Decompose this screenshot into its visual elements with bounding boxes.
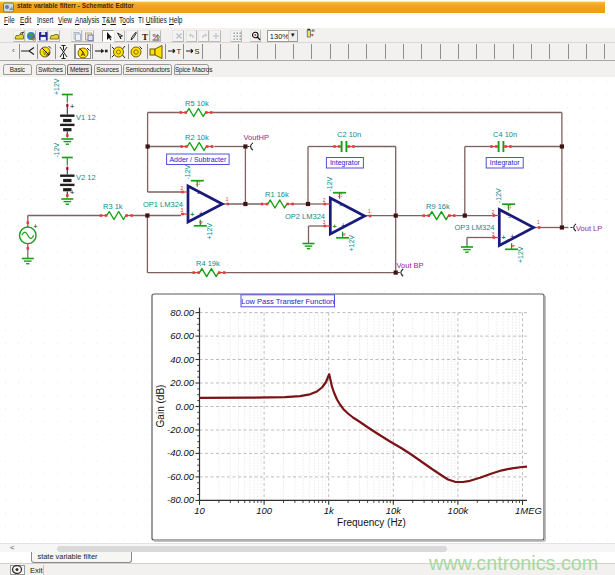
svg-text:+: + <box>190 211 194 218</box>
svg-text:+12V: +12V <box>206 223 213 240</box>
svg-text:-60.00: -60.00 <box>167 471 195 482</box>
svg-text:+: + <box>502 234 506 241</box>
svg-text:0.00: 0.00 <box>176 401 195 412</box>
svg-text:100k: 100k <box>448 505 470 516</box>
svg-text:T: T <box>177 47 182 56</box>
svg-text:Gain (dB): Gain (dB) <box>155 385 166 428</box>
svg-text:-80.00: -80.00 <box>167 494 195 505</box>
svg-text:10k: 10k <box>386 505 403 516</box>
svg-text:Vout BP: Vout BP <box>397 261 424 270</box>
svg-text:V1 12: V1 12 <box>76 113 96 122</box>
svg-text:R4 19k: R4 19k <box>196 259 220 268</box>
svg-text:Integrator: Integrator <box>490 159 521 167</box>
svg-text:-: - <box>339 200 342 209</box>
svg-text:OP1 LM324: OP1 LM324 <box>143 200 183 209</box>
svg-text:1MEG: 1MEG <box>515 505 542 516</box>
svg-text:11: 11 <box>338 192 343 197</box>
svg-text:R9 16k: R9 16k <box>426 202 450 211</box>
svg-text:A: A <box>80 51 85 57</box>
svg-text:-: - <box>197 188 200 197</box>
svg-text:-12V: -12V <box>326 176 333 191</box>
svg-text:BC: BC <box>311 29 315 33</box>
svg-text:V2 12: V2 12 <box>76 173 96 182</box>
svg-text:+: + <box>70 188 75 197</box>
svg-text:OP3 LM324: OP3 LM324 <box>455 223 495 232</box>
svg-text:4: 4 <box>511 244 516 247</box>
svg-text:20.00: 20.00 <box>169 377 194 388</box>
svg-text:+: + <box>510 233 514 240</box>
svg-text:+: + <box>341 222 345 229</box>
svg-text:+12V: +12V <box>53 78 60 95</box>
svg-text:-40.00: -40.00 <box>167 447 195 458</box>
svg-text:OP2 LM324: OP2 LM324 <box>285 212 325 221</box>
svg-text:1: 1 <box>368 209 371 214</box>
svg-text:Adder / Subtracter: Adder / Subtracter <box>169 156 226 163</box>
svg-text:2: 2 <box>323 198 326 203</box>
svg-text:-20.00: -20.00 <box>167 424 195 435</box>
svg-text:1: 1 <box>226 197 229 202</box>
svg-text:VoutHP: VoutHP <box>244 133 269 142</box>
svg-text:3: 3 <box>323 220 326 225</box>
svg-text:11: 11 <box>507 204 512 209</box>
svg-text:+: + <box>199 210 203 217</box>
svg-text:R5 10k: R5 10k <box>185 99 209 108</box>
svg-text:2: 2 <box>181 186 184 191</box>
svg-text:10: 10 <box>194 505 205 516</box>
svg-text:-12V: -12V <box>184 164 191 179</box>
svg-text:C4 10n: C4 10n <box>493 130 517 139</box>
svg-text:100: 100 <box>256 505 273 516</box>
svg-text:-: - <box>508 212 511 221</box>
svg-text:-12V: -12V <box>53 142 60 157</box>
svg-text:+: + <box>33 222 38 231</box>
svg-text:1: 1 <box>537 220 540 225</box>
svg-text:Vout LP: Vout LP <box>576 224 602 233</box>
svg-text:+: + <box>70 102 75 111</box>
svg-text:+12V: +12V <box>348 235 355 252</box>
svg-text:R2 10k: R2 10k <box>185 133 209 142</box>
svg-text:R3 1k: R3 1k <box>103 202 123 211</box>
svg-text:4: 4 <box>200 221 205 224</box>
svg-text:60.00: 60.00 <box>170 330 194 341</box>
svg-text:11: 11 <box>196 180 201 185</box>
svg-text:80.00: 80.00 <box>170 307 194 318</box>
svg-text:3: 3 <box>181 208 184 213</box>
svg-text:R1 16k: R1 16k <box>265 190 289 199</box>
svg-text:T: T <box>141 31 147 41</box>
svg-text:S: S <box>195 47 200 56</box>
svg-text:Low Pass Transfer Function: Low Pass Transfer Function <box>241 297 334 306</box>
svg-text:+: + <box>333 223 337 230</box>
svg-text:Frequency (Hz): Frequency (Hz) <box>337 517 406 528</box>
svg-text:4: 4 <box>342 233 347 236</box>
svg-text:1k: 1k <box>324 505 335 516</box>
svg-text:3: 3 <box>492 232 495 237</box>
svg-text:Integrator: Integrator <box>330 159 361 167</box>
svg-text:40.00: 40.00 <box>170 354 194 365</box>
svg-text:2: 2 <box>492 210 495 215</box>
svg-text:-12V: -12V <box>495 188 502 203</box>
svg-text:+12V: +12V <box>517 246 524 263</box>
svg-text:C2 10n: C2 10n <box>337 130 361 139</box>
